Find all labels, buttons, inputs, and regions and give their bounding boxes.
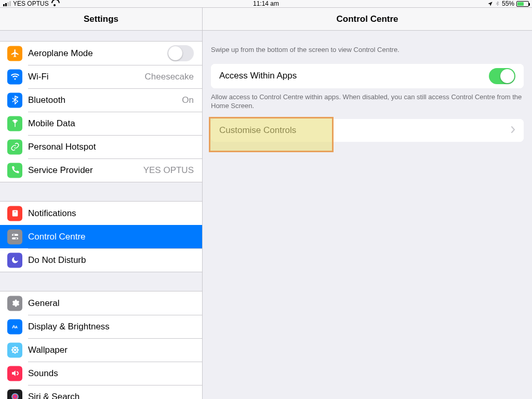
bluetooth-status-icon [495,1,500,7]
sidebar-item-personal-hotspot[interactable]: Personal Hotspot [0,135,202,158]
svg-point-16 [16,351,18,353]
wifi-icon [51,1,58,6]
airplane-icon [7,46,22,61]
intro-text: Swipe up from the bottom of the screen t… [203,31,532,64]
flower-icon [7,342,22,357]
sidebar-item-bluetooth[interactable]: BluetoothOn [0,88,202,112]
svg-point-15 [12,351,14,353]
carrier-label: YES OPTUS [13,0,49,7]
sidebar-title: Settings [0,8,202,31]
access-toggle[interactable] [489,68,515,84]
detail-title: Control Centre [203,8,532,31]
customise-controls-row[interactable]: Customise Controls [211,119,524,142]
bluetooth-icon [7,92,22,108]
svg-rect-2 [12,234,18,236]
svg-rect-0 [12,210,18,217]
location-icon [487,1,493,7]
wifi-icon [7,69,22,84]
gear-icon [7,296,22,311]
sidebar-item-label: Wi-Fi [28,72,49,82]
sidebar-item-do-not-disturb[interactable]: Do Not Disturb [0,248,202,272]
battery-icon [516,1,529,7]
svg-point-4 [13,234,15,236]
link-icon [7,139,22,154]
speaker-icon [7,366,22,381]
aa-icon: AA [7,319,22,334]
sidebar-item-label: Aeroplane Mode [28,48,93,59]
svg-rect-3 [12,237,18,240]
signal-icon [3,1,11,6]
sidebar-item-label: Control Centre [28,232,86,242]
battery-pct: 55% [502,0,514,7]
sidebar-item-label: Sounds [28,368,58,379]
controls-icon [7,229,22,244]
access-within-apps-row[interactable]: Access Within Apps [211,64,524,88]
svg-point-11 [11,349,13,351]
svg-point-9 [14,346,16,348]
siri-icon [7,389,22,399]
antenna-icon [7,116,22,131]
sidebar-item-general[interactable]: General [0,291,202,315]
sidebar-item-label: General [28,298,59,309]
sidebar-item-aeroplane-mode[interactable]: Aeroplane Mode [0,42,202,65]
status-bar: YES OPTUS 11:14 am 55% [0,0,532,7]
svg-point-13 [12,347,14,349]
sidebar-item-label: Service Provider [28,165,93,176]
access-label: Access Within Apps [219,71,297,81]
sidebar-item-label: Notifications [28,208,76,219]
svg-point-5 [15,237,17,239]
svg-point-12 [17,349,19,351]
sidebar-item-label: Mobile Data [28,118,75,129]
svg-text:A: A [15,325,18,329]
phone-icon [7,163,22,178]
sidebar-item-label: Personal Hotspot [28,142,96,152]
sidebar-item-label: Do Not Disturb [28,255,86,265]
sidebar-item-value: YES OPTUS [143,165,194,176]
svg-point-10 [14,352,16,354]
svg-point-17 [11,393,19,399]
sidebar-item-label: Wallpaper [28,345,68,355]
aeroplane-toggle[interactable] [167,45,194,61]
sidebar-item-service-provider[interactable]: Service ProviderYES OPTUS [0,158,202,182]
sidebar-item-wi-fi[interactable]: Wi-FiCheesecake [0,65,202,88]
sidebar-item-label: Bluetooth [28,95,65,105]
sidebar-item-wallpaper[interactable]: Wallpaper [0,338,202,362]
moon-icon [7,252,22,268]
sidebar-item-mobile-data[interactable]: Mobile Data [0,112,202,135]
sidebar-item-siri-search[interactable]: Siri & Search [0,385,202,399]
chevron-right-icon [511,125,515,136]
sidebar-item-sounds[interactable]: Sounds [0,362,202,385]
svg-point-8 [14,349,16,351]
sidebar-item-display-brightness[interactable]: AADisplay & Brightness [0,315,202,338]
sidebar-item-notifications[interactable]: Notifications [0,202,202,225]
sidebar-item-label: Display & Brightness [28,322,110,332]
sidebar-item-control-centre[interactable]: Control Centre [0,225,202,248]
svg-point-14 [16,347,18,349]
notif-icon [7,206,22,221]
clock: 11:14 am [253,0,279,7]
sidebar-item-value: Cheesecake [144,72,194,82]
customise-label: Customise Controls [219,125,296,136]
sidebar-item-value: On [182,95,194,105]
access-footer: Allow access to Control Centre within ap… [203,88,532,115]
svg-point-1 [14,211,15,212]
sidebar-item-label: Siri & Search [28,392,79,400]
